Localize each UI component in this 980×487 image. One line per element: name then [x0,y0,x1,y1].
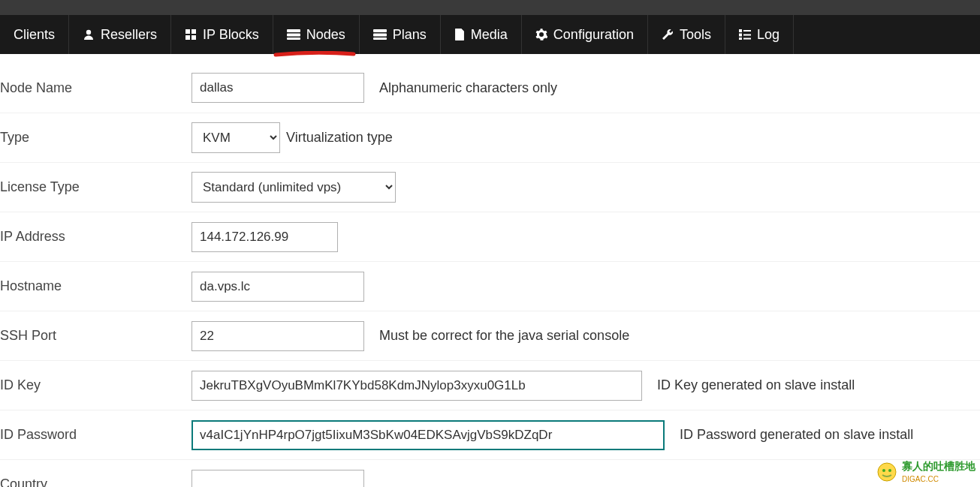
id-key-input[interactable] [191,371,642,401]
svg-rect-2 [191,29,196,34]
nav-configuration[interactable]: Configuration [522,15,648,54]
gear-icon [535,29,547,41]
nav-label: Clients [14,27,55,43]
nav-label: Tools [680,27,711,43]
svg-rect-7 [287,38,300,40]
label-ssh-port: SSH Port [0,328,191,344]
file-icon [454,29,465,41]
server-icon [373,29,387,41]
nav-label: Resellers [101,27,157,43]
row-ip-address: IP Address [0,212,980,261]
svg-rect-14 [743,35,751,36]
list-icon [739,29,751,41]
svg-rect-16 [743,38,751,40]
svg-rect-10 [373,38,387,40]
label-type: Type [0,130,191,146]
nav-label: Log [757,27,779,43]
row-node-name: Node Name Alphanumeric characters only [0,63,980,113]
nav-clients[interactable]: Clients [0,15,69,54]
hostname-input[interactable] [191,272,364,302]
svg-rect-12 [743,30,751,32]
svg-rect-5 [287,29,300,32]
svg-rect-1 [185,29,190,34]
nav-media[interactable]: Media [441,15,522,54]
nav-label: Plans [393,27,427,43]
server-icon [287,29,300,41]
svg-rect-15 [739,38,742,40]
window-topbar [0,0,980,15]
nav-resellers[interactable]: Resellers [69,15,171,54]
nav-label: Media [471,27,508,43]
node-name-input[interactable] [191,73,364,103]
nav-label: Configuration [553,27,634,43]
row-id-key: ID Key ID Key generated on slave install [0,360,980,410]
row-hostname: Hostname [0,261,980,311]
nav-nodes[interactable]: Nodes [273,15,360,54]
hint-node-name: Alphanumeric characters only [379,80,557,96]
label-ip-address: IP Address [0,229,191,245]
user-icon [83,29,95,41]
row-type: Type KVM Virtualization type [0,113,980,162]
label-license-type: License Type [0,179,191,195]
label-country: Country [0,476,191,487]
hint-id-key: ID Key generated on slave install [657,377,855,393]
ssh-port-input[interactable] [191,321,364,351]
svg-point-0 [86,30,91,35]
nav-label: IP Blocks [203,27,259,43]
svg-rect-11 [739,29,742,32]
svg-rect-4 [191,35,196,40]
svg-rect-3 [185,35,190,40]
nav-ip-blocks[interactable]: IP Blocks [171,15,273,54]
nav-plans[interactable]: Plans [360,15,441,54]
svg-rect-8 [373,29,387,32]
label-id-password: ID Password [0,427,191,443]
license-type-select[interactable]: Standard (unlimited vps) [191,172,396,203]
row-ssh-port: SSH Port Must be correct for the java se… [0,311,980,360]
label-node-name: Node Name [0,80,191,96]
nav-label: Nodes [306,27,345,43]
svg-rect-9 [373,34,387,37]
hint-ssh-port: Must be correct for the java serial cons… [379,328,629,344]
id-password-input[interactable] [191,420,665,450]
nav-tools[interactable]: Tools [648,15,725,54]
grid-icon [185,29,197,41]
country-input[interactable] [191,470,364,488]
hint-id-password: ID Password generated on slave install [680,427,913,443]
row-country: Country [0,459,980,487]
main-nav: Clients Resellers IP Blocks Nodes Plans … [0,15,980,54]
label-hostname: Hostname [0,278,191,294]
row-license-type: License Type Standard (unlimited vps) [0,162,980,212]
node-form: Node Name Alphanumeric characters only T… [0,54,980,487]
ip-address-input[interactable] [191,222,338,252]
svg-rect-13 [739,34,742,37]
hint-type: Virtualization type [286,130,393,146]
label-id-key: ID Key [0,377,191,393]
svg-rect-6 [287,34,300,37]
row-id-password: ID Password ID Password generated on sla… [0,410,980,459]
wrench-icon [662,29,674,41]
type-select[interactable]: KVM [191,122,280,153]
nav-log[interactable]: Log [725,15,794,54]
